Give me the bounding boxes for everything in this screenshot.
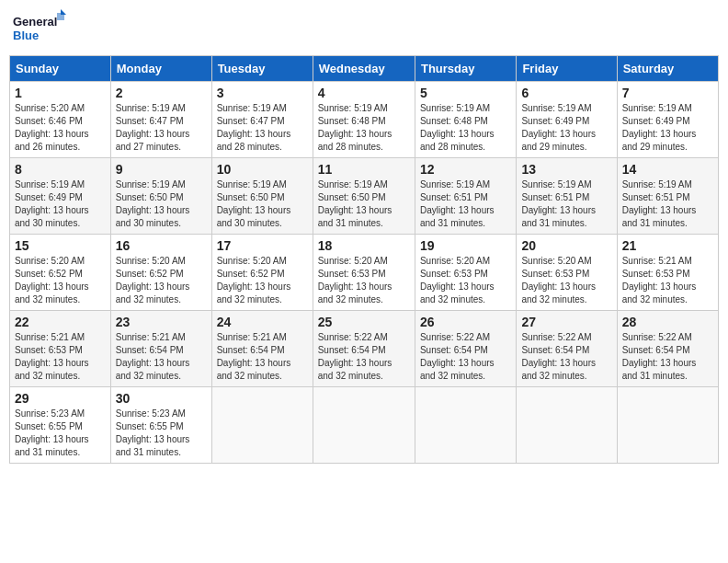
calendar-cell: 3Sunrise: 5:19 AM Sunset: 6:47 PM Daylig… [211, 82, 313, 158]
calendar-cell: 11Sunrise: 5:19 AM Sunset: 6:50 PM Dayli… [313, 158, 415, 235]
day-info: Sunrise: 5:19 AM Sunset: 6:49 PM Dayligh… [15, 178, 106, 230]
day-number: 12 [420, 162, 511, 177]
day-header-friday: Friday [517, 56, 617, 82]
calendar-cell [517, 387, 617, 464]
svg-marker-3 [61, 9, 66, 15]
calendar-cell [313, 387, 415, 464]
day-info: Sunrise: 5:20 AM Sunset: 6:53 PM Dayligh… [318, 255, 410, 306]
day-info: Sunrise: 5:19 AM Sunset: 6:50 PM Dayligh… [318, 178, 410, 230]
day-info: Sunrise: 5:19 AM Sunset: 6:51 PM Dayligh… [521, 178, 611, 230]
calendar-cell: 16Sunrise: 5:20 AM Sunset: 6:52 PM Dayli… [110, 235, 211, 311]
day-info: Sunrise: 5:20 AM Sunset: 6:52 PM Dayligh… [15, 255, 106, 306]
day-info: Sunrise: 5:22 AM Sunset: 6:54 PM Dayligh… [521, 331, 611, 383]
calendar-cell: 1Sunrise: 5:20 AM Sunset: 6:46 PM Daylig… [10, 82, 111, 158]
calendar-cell [415, 387, 516, 464]
day-number: 28 [622, 315, 713, 329]
calendar-cell: 23Sunrise: 5:21 AM Sunset: 6:54 PM Dayli… [110, 311, 211, 387]
calendar-cell: 14Sunrise: 5:19 AM Sunset: 6:51 PM Dayli… [617, 158, 718, 235]
day-number: 16 [116, 238, 207, 253]
day-number: 29 [15, 391, 106, 406]
day-info: Sunrise: 5:19 AM Sunset: 6:47 PM Dayligh… [116, 102, 207, 154]
header-row: SundayMondayTuesdayWednesdayThursdayFrid… [10, 56, 719, 82]
calendar-cell: 25Sunrise: 5:22 AM Sunset: 6:54 PM Dayli… [313, 311, 415, 387]
day-header-sunday: Sunday [10, 56, 111, 82]
calendar-table: SundayMondayTuesdayWednesdayThursdayFrid… [9, 55, 719, 464]
calendar-cell: 18Sunrise: 5:20 AM Sunset: 6:53 PM Dayli… [313, 235, 415, 311]
calendar-cell: 26Sunrise: 5:22 AM Sunset: 6:54 PM Dayli… [415, 311, 516, 387]
day-number: 2 [116, 86, 207, 100]
day-header-tuesday: Tuesday [211, 56, 313, 82]
day-info: Sunrise: 5:23 AM Sunset: 6:55 PM Dayligh… [116, 408, 207, 459]
day-number: 5 [420, 86, 511, 100]
calendar-cell: 7Sunrise: 5:19 AM Sunset: 6:49 PM Daylig… [617, 82, 718, 158]
day-number: 20 [521, 238, 611, 253]
day-number: 18 [318, 238, 410, 253]
day-info: Sunrise: 5:20 AM Sunset: 6:52 PM Dayligh… [116, 255, 207, 306]
day-info: Sunrise: 5:19 AM Sunset: 6:51 PM Dayligh… [420, 178, 511, 230]
week-row-4: 22Sunrise: 5:21 AM Sunset: 6:53 PM Dayli… [10, 311, 719, 387]
day-info: Sunrise: 5:19 AM Sunset: 6:47 PM Dayligh… [217, 102, 308, 154]
day-number: 22 [15, 315, 106, 329]
day-info: Sunrise: 5:20 AM Sunset: 6:53 PM Dayligh… [521, 255, 611, 306]
day-number: 4 [318, 86, 410, 100]
day-info: Sunrise: 5:19 AM Sunset: 6:49 PM Dayligh… [521, 102, 611, 154]
calendar-cell: 19Sunrise: 5:20 AM Sunset: 6:53 PM Dayli… [415, 235, 516, 311]
calendar-cell: 17Sunrise: 5:20 AM Sunset: 6:52 PM Dayli… [211, 235, 313, 311]
calendar-cell: 13Sunrise: 5:19 AM Sunset: 6:51 PM Dayli… [517, 158, 617, 235]
day-info: Sunrise: 5:20 AM Sunset: 6:52 PM Dayligh… [217, 255, 308, 306]
day-number: 7 [622, 86, 713, 100]
calendar-cell: 22Sunrise: 5:21 AM Sunset: 6:53 PM Dayli… [10, 311, 111, 387]
day-number: 30 [116, 391, 207, 406]
calendar-cell: 8Sunrise: 5:19 AM Sunset: 6:49 PM Daylig… [10, 158, 111, 235]
day-number: 8 [15, 162, 106, 177]
day-number: 24 [217, 315, 308, 329]
header: General Blue [9, 9, 719, 48]
svg-text:Blue: Blue [13, 29, 39, 42]
day-info: Sunrise: 5:21 AM Sunset: 6:54 PM Dayligh… [217, 331, 308, 383]
week-row-5: 29Sunrise: 5:23 AM Sunset: 6:55 PM Dayli… [10, 387, 719, 464]
day-info: Sunrise: 5:21 AM Sunset: 6:53 PM Dayligh… [622, 255, 713, 306]
day-header-wednesday: Wednesday [313, 56, 415, 82]
svg-text:General: General [13, 15, 57, 29]
day-header-thursday: Thursday [415, 56, 516, 82]
day-number: 3 [217, 86, 308, 100]
calendar-cell: 5Sunrise: 5:19 AM Sunset: 6:48 PM Daylig… [415, 82, 516, 158]
day-number: 25 [318, 315, 410, 329]
calendar-cell: 29Sunrise: 5:23 AM Sunset: 6:55 PM Dayli… [10, 387, 111, 464]
day-info: Sunrise: 5:21 AM Sunset: 6:53 PM Dayligh… [15, 331, 106, 383]
day-info: Sunrise: 5:19 AM Sunset: 6:51 PM Dayligh… [622, 178, 713, 230]
calendar-cell: 2Sunrise: 5:19 AM Sunset: 6:47 PM Daylig… [110, 82, 211, 158]
day-number: 19 [420, 238, 511, 253]
calendar-cell: 12Sunrise: 5:19 AM Sunset: 6:51 PM Dayli… [415, 158, 516, 235]
day-number: 17 [217, 238, 308, 253]
day-number: 15 [15, 238, 106, 253]
day-info: Sunrise: 5:19 AM Sunset: 6:48 PM Dayligh… [420, 102, 511, 154]
calendar-cell: 6Sunrise: 5:19 AM Sunset: 6:49 PM Daylig… [517, 82, 617, 158]
calendar-cell: 10Sunrise: 5:19 AM Sunset: 6:50 PM Dayli… [211, 158, 313, 235]
day-header-saturday: Saturday [617, 56, 718, 82]
calendar-cell: 4Sunrise: 5:19 AM Sunset: 6:48 PM Daylig… [313, 82, 415, 158]
calendar-cell: 28Sunrise: 5:22 AM Sunset: 6:54 PM Dayli… [617, 311, 718, 387]
day-number: 27 [521, 315, 611, 329]
day-number: 9 [116, 162, 207, 177]
calendar-cell: 9Sunrise: 5:19 AM Sunset: 6:50 PM Daylig… [110, 158, 211, 235]
day-info: Sunrise: 5:22 AM Sunset: 6:54 PM Dayligh… [318, 331, 410, 383]
day-number: 23 [116, 315, 207, 329]
day-info: Sunrise: 5:20 AM Sunset: 6:46 PM Dayligh… [15, 102, 106, 154]
calendar-cell: 30Sunrise: 5:23 AM Sunset: 6:55 PM Dayli… [110, 387, 211, 464]
calendar-cell: 20Sunrise: 5:20 AM Sunset: 6:53 PM Dayli… [517, 235, 617, 311]
day-number: 11 [318, 162, 410, 177]
week-row-3: 15Sunrise: 5:20 AM Sunset: 6:52 PM Dayli… [10, 235, 719, 311]
day-info: Sunrise: 5:19 AM Sunset: 6:48 PM Dayligh… [318, 102, 410, 154]
day-number: 6 [521, 86, 611, 100]
calendar-cell: 21Sunrise: 5:21 AM Sunset: 6:53 PM Dayli… [617, 235, 718, 311]
day-info: Sunrise: 5:19 AM Sunset: 6:50 PM Dayligh… [116, 178, 207, 230]
day-number: 10 [217, 162, 308, 177]
day-info: Sunrise: 5:19 AM Sunset: 6:49 PM Dayligh… [622, 102, 713, 154]
day-number: 1 [15, 86, 106, 100]
calendar-cell [617, 387, 718, 464]
day-info: Sunrise: 5:19 AM Sunset: 6:50 PM Dayligh… [217, 178, 308, 230]
day-number: 13 [521, 162, 611, 177]
day-info: Sunrise: 5:23 AM Sunset: 6:55 PM Dayligh… [15, 408, 106, 459]
day-number: 21 [622, 238, 713, 253]
